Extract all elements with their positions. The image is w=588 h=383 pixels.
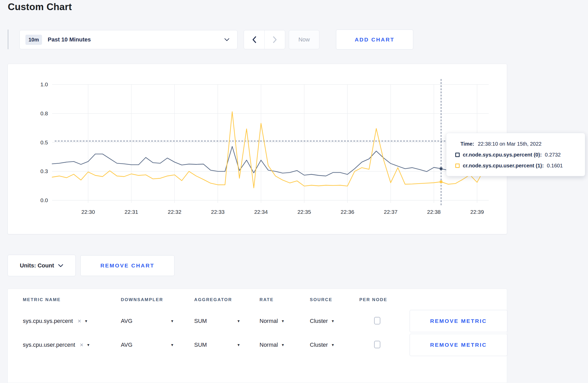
- rate-value: Normal: [260, 318, 278, 324]
- metric-row: sys.cpu.user.percent × ▼ AVG ▼ SUM ▼ Nor…: [8, 333, 507, 357]
- caret-down-icon: ▼: [281, 343, 285, 347]
- caret-down-icon: ▼: [87, 343, 90, 347]
- x-tick-label: 22:37: [384, 209, 398, 215]
- add-chart-button[interactable]: ADD CHART: [336, 30, 413, 49]
- time-range-dropdown[interactable]: 10m Past 10 Minutes: [19, 30, 237, 49]
- source-value: Cluster: [310, 342, 328, 348]
- x-tick-label: 22:35: [297, 209, 311, 215]
- tooltip-series-row: cr.node.sys.cpu.user.percent (1): 0.1601: [455, 160, 585, 171]
- aggregator-select[interactable]: SUM ▼: [194, 318, 240, 324]
- metric-name-value: sys.cpu.sys.percent: [23, 318, 73, 324]
- tooltip-time-row: Time: 22:38:10 on Mar 15th, 2022: [455, 138, 585, 149]
- metrics-table-header: METRIC NAME DOWNSAMPLER AGGREGATOR RATE …: [8, 289, 507, 309]
- units-dropdown[interactable]: Units: Count: [8, 255, 76, 276]
- y-tick-label: 1.0: [40, 81, 48, 87]
- tooltip-series-row: cr.node.sys.cpu.sys.percent (0): 0.2732: [455, 149, 585, 160]
- y-tick-label: 0.3: [40, 168, 48, 174]
- y-tick-label: 0.0: [40, 197, 48, 203]
- remove-metric-button[interactable]: REMOVE METRIC: [410, 334, 507, 356]
- time-range-badge: 10m: [25, 35, 42, 45]
- downsampler-select[interactable]: AVG ▼: [121, 318, 174, 324]
- x-tick-label: 22:32: [168, 209, 181, 215]
- source-value: Cluster: [310, 318, 328, 324]
- x-tick-label: 22:31: [124, 209, 138, 215]
- chevron-right-icon: [272, 36, 277, 43]
- now-button[interactable]: Now: [289, 30, 319, 49]
- chart-tooltip: Time: 22:38:10 on Mar 15th, 2022 cr.node…: [446, 133, 585, 176]
- chevron-down-icon: [58, 264, 63, 267]
- tooltip-series-label: cr.node.sys.cpu.user.percent (1):: [463, 163, 544, 169]
- col-header-rate: RATE: [260, 297, 310, 302]
- chart-panel: 0.00.30.50.81.022:3022:3122:3222:3322:34…: [8, 64, 507, 234]
- x-tick-label: 22:39: [470, 209, 484, 215]
- downsampler-select[interactable]: AVG ▼: [121, 342, 174, 348]
- time-forward-button[interactable]: [264, 30, 285, 49]
- per-node-checkbox[interactable]: [374, 317, 380, 324]
- metric-name-select[interactable]: sys.cpu.sys.percent × ▼: [23, 317, 121, 325]
- rate-select[interactable]: Normal ▼: [260, 342, 310, 348]
- metric-row: sys.cpu.sys.percent × ▼ AVG ▼ SUM ▼ Norm…: [8, 309, 507, 333]
- remove-chart-button[interactable]: REMOVE CHART: [80, 255, 174, 276]
- source-select[interactable]: Cluster ▼: [310, 318, 359, 324]
- hover-marker-0: [440, 167, 442, 170]
- hover-marker-1: [440, 180, 442, 183]
- gridlines: [52, 84, 489, 203]
- clear-metric-icon[interactable]: ×: [78, 317, 81, 325]
- time-range-label: Past 10 Minutes: [48, 36, 224, 43]
- caret-down-icon: ▼: [237, 343, 240, 347]
- col-header-per-node: PER NODE: [359, 297, 410, 302]
- caret-down-icon: ▼: [281, 319, 285, 323]
- rate-value: Normal: [260, 342, 278, 348]
- caret-down-icon: ▼: [84, 319, 88, 323]
- x-tick-label: 22:33: [211, 209, 225, 215]
- aggregator-select[interactable]: SUM ▼: [194, 342, 240, 348]
- toolbar-left-divider: [8, 30, 8, 49]
- series-line-1: [52, 112, 484, 188]
- tooltip-series-label: cr.node.sys.cpu.sys.percent (0):: [463, 152, 542, 158]
- source-select[interactable]: Cluster ▼: [310, 342, 359, 348]
- series-swatch-icon: [455, 153, 460, 157]
- tooltip-series-value: 0.1601: [547, 163, 563, 169]
- x-tick-label: 22:30: [81, 209, 95, 215]
- time-step-buttons: [244, 30, 285, 49]
- chevron-left-icon: [252, 36, 257, 43]
- series-swatch-icon: [455, 164, 460, 168]
- caret-down-icon: ▼: [170, 319, 174, 323]
- aggregator-value: SUM: [194, 318, 207, 324]
- aggregator-value: SUM: [194, 342, 207, 348]
- time-back-button[interactable]: [244, 30, 264, 49]
- y-tick-label: 0.8: [40, 110, 48, 116]
- metric-name-select[interactable]: sys.cpu.user.percent × ▼: [23, 341, 121, 349]
- chevron-down-icon: [224, 38, 229, 41]
- x-tick-label: 22:36: [341, 209, 354, 215]
- units-label: Units: Count: [20, 262, 54, 269]
- per-node-checkbox[interactable]: [374, 341, 380, 348]
- rate-select[interactable]: Normal ▼: [260, 318, 310, 324]
- downsampler-value: AVG: [121, 318, 132, 324]
- caret-down-icon: ▼: [170, 343, 174, 347]
- chart-canvas[interactable]: 0.00.30.50.81.022:3022:3122:3222:3322:34…: [8, 64, 507, 235]
- caret-down-icon: ▼: [331, 343, 335, 347]
- col-header-metric-name: METRIC NAME: [23, 297, 121, 302]
- page-title: Custom Chart: [8, 2, 72, 12]
- y-tick-label: 0.5: [40, 139, 48, 145]
- tooltip-time-value: 22:38:10 on Mar 15th, 2022: [478, 141, 542, 147]
- caret-down-icon: ▼: [237, 319, 240, 323]
- downsampler-value: AVG: [121, 342, 132, 348]
- tooltip-series-value: 0.2732: [545, 152, 561, 158]
- tooltip-time-label: Time:: [460, 141, 474, 147]
- axis-labels: 0.00.30.50.81.022:3022:3122:3222:3322:34…: [40, 81, 484, 215]
- x-tick-label: 22:38: [427, 209, 441, 215]
- col-header-aggregator: AGGREGATOR: [194, 297, 260, 302]
- metrics-table: METRIC NAME DOWNSAMPLER AGGREGATOR RATE …: [8, 289, 507, 383]
- metric-name-value: sys.cpu.user.percent: [23, 342, 75, 348]
- caret-down-icon: ▼: [331, 319, 335, 323]
- clear-metric-icon[interactable]: ×: [80, 341, 83, 349]
- col-header-downsampler: DOWNSAMPLER: [121, 297, 194, 302]
- remove-metric-button[interactable]: REMOVE METRIC: [410, 310, 507, 332]
- x-tick-label: 22:34: [254, 209, 268, 215]
- col-header-source: SOURCE: [310, 297, 359, 302]
